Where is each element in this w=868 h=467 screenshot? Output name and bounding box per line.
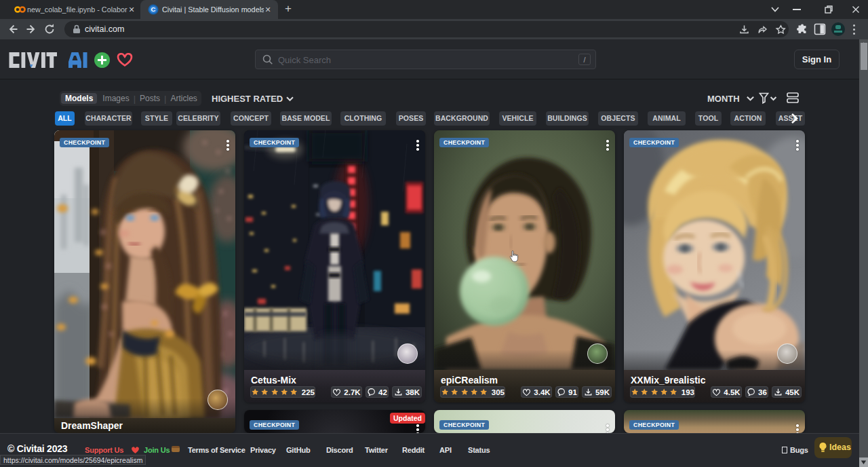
svg-text:C: C (151, 5, 156, 13)
